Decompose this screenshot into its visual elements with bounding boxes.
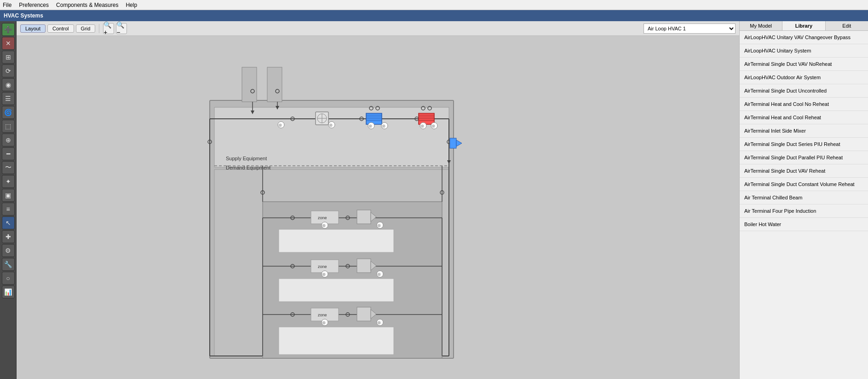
lib-item-11[interactable]: AirTerminal Single Duct Constant Volume … (740, 178, 868, 191)
cursor-btn[interactable]: ↖ (2, 216, 15, 229)
main-layout: ➕ ✕ ⊞ ⟳ ◉ ☰ 🌀 ⬚ ⊕ ━ 〜 ✦ ▣ ≡ ↖ ✚ ⚙ 🔧 ○ 📊 … (0, 21, 868, 379)
control-btn[interactable]: Control (47, 24, 74, 33)
svg-text:⊗: ⊗ (368, 123, 372, 128)
menu-file[interactable]: File (3, 2, 11, 8)
right-panel: My Model Library Edit AirLoopHVAC Unitar… (739, 21, 868, 379)
pump-btn[interactable]: ⊕ (2, 134, 15, 146)
svg-rect-60 (357, 210, 371, 224)
lib-item-2[interactable]: AirTerminal Single Duct VAV NoReheat (740, 58, 868, 71)
svg-text:⊗: ⊗ (322, 223, 326, 228)
svg-rect-72 (357, 259, 371, 273)
svg-text:⊗: ⊗ (322, 272, 326, 277)
node-btn[interactable]: ◉ (2, 78, 15, 91)
svg-rect-90 (279, 327, 394, 355)
svg-text:⊗: ⊗ (322, 320, 326, 325)
svg-rect-48 (450, 138, 456, 148)
lib-item-four-pipe[interactable]: Air Terminal Four Pipe Induction (740, 204, 868, 218)
svg-text:⊗: ⊗ (278, 122, 282, 128)
right-panel-tabs: My Model Library Edit (740, 21, 868, 31)
lib-item-boiler[interactable]: Boiler Hot Water (740, 218, 868, 231)
svg-marker-49 (456, 140, 462, 146)
toolbar: Layout Control Grid 🔍+ 🔍− Air Loop HVAC … (17, 21, 739, 36)
tab-edit[interactable]: Edit (826, 21, 868, 30)
svg-rect-84 (357, 307, 371, 321)
coil-btn[interactable]: 〜 (2, 161, 15, 174)
pipe-btn[interactable]: ━ (2, 147, 15, 160)
lib-item-3[interactable]: AirLoopHVAC Outdoor Air System (740, 71, 868, 84)
loop-btn[interactable]: ⟳ (2, 64, 15, 77)
zoom-in-btn[interactable]: 🔍+ (103, 23, 114, 34)
layout-btn[interactable]: Layout (20, 24, 46, 33)
supply-label: Supply Equipment (226, 156, 267, 161)
circle-btn[interactable]: ○ (2, 272, 15, 285)
settings-sidebar-btn[interactable]: ⚙ (2, 244, 15, 257)
svg-text:zone: zone (318, 264, 327, 269)
svg-text:zone: zone (318, 216, 327, 220)
svg-rect-4 (242, 67, 257, 102)
cross-btn[interactable]: ✚ (2, 230, 15, 243)
hvac-title: HVAC Systems (4, 12, 43, 19)
tab-library[interactable]: Library (782, 21, 825, 30)
zone-btn[interactable]: ⬚ (2, 120, 15, 133)
svg-text:⊗: ⊗ (377, 320, 381, 325)
zoom-out-btn[interactable]: 🔍− (116, 23, 127, 34)
chart-sidebar-btn[interactable]: 📊 (2, 286, 15, 298)
svg-text:⊗: ⊗ (329, 122, 333, 128)
lib-item-4[interactable]: AirTerminal Single Duct Uncontrolled (740, 84, 868, 98)
hvac-diagram-canvas[interactable]: Supply Equipment Demand Equipment (17, 36, 739, 379)
lib-item-6[interactable]: AirTerminal Heat and Cool Reheat (740, 111, 868, 124)
svg-rect-5 (267, 67, 282, 102)
grid-view-btn[interactable]: ⊞ (2, 51, 15, 64)
svg-text:⊗: ⊗ (382, 123, 385, 128)
lib-item-5[interactable]: AirTerminal Heat and Cool No Reheat (740, 98, 868, 111)
svg-rect-78 (279, 279, 394, 302)
schedule-btn[interactable]: ≡ (2, 203, 15, 216)
remove-btn[interactable]: ✕ (2, 37, 15, 50)
lib-item-0[interactable]: AirLoopHVAC Unitary VAV Changeover Bypas… (740, 31, 868, 44)
grid-btn[interactable]: Grid (76, 24, 96, 33)
menu-help[interactable]: Help (126, 2, 137, 8)
svg-text:⊗: ⊗ (431, 123, 435, 128)
component-btn[interactable]: ☰ (2, 92, 15, 105)
wrench-btn[interactable]: 🔧 (2, 258, 15, 271)
toolbar-separator (99, 24, 99, 33)
lib-item-8[interactable]: AirTerminal Single Duct Series PIU Rehea… (740, 138, 868, 151)
add-btn[interactable]: ➕ (2, 23, 15, 36)
left-sidebar: ➕ ✕ ⊞ ⟳ ◉ ☰ 🌀 ⬚ ⊕ ━ 〜 ✦ ▣ ≡ ↖ ✚ ⚙ 🔧 ○ 📊 (0, 21, 17, 379)
svg-rect-66 (279, 229, 394, 252)
hvac-titlebar: HVAC Systems (0, 10, 868, 21)
svg-text:⊗: ⊗ (420, 123, 424, 128)
lib-item-9[interactable]: AirTerminal Single Duct Parallel PIU Reh… (740, 151, 868, 164)
lib-item-10[interactable]: AirTerminal Single Duct VAV Reheat (740, 164, 868, 178)
svg-text:⊗: ⊗ (377, 223, 381, 228)
menu-preferences[interactable]: Preferences (19, 2, 49, 8)
lib-item-chilled-beam[interactable]: Air Terminal Chilled Beam (740, 191, 868, 204)
canvas-area: Layout Control Grid 🔍+ 🔍− Air Loop HVAC … (17, 21, 739, 379)
svg-text:⊗: ⊗ (377, 272, 381, 277)
tab-my-model[interactable]: My Model (740, 21, 782, 30)
hvac-loop-dropdown[interactable]: Air Loop HVAC 1 (644, 23, 736, 34)
lib-item-1[interactable]: AirLoopHVAC Unitary System (740, 44, 868, 58)
fan-btn[interactable]: ✦ (2, 175, 15, 188)
hvac-sys-btn[interactable]: 🌀 (2, 106, 15, 119)
ahu-btn[interactable]: ▣ (2, 189, 15, 202)
svg-text:zone: zone (318, 313, 327, 317)
library-list: AirLoopHVAC Unitary VAV Changeover Bypas… (740, 31, 868, 379)
menu-bar: File Preferences Components & Measures H… (0, 0, 868, 10)
menu-components[interactable]: Components & Measures (56, 2, 118, 8)
lib-item-7[interactable]: AirTerminal Inlet Side Mixer (740, 124, 868, 138)
